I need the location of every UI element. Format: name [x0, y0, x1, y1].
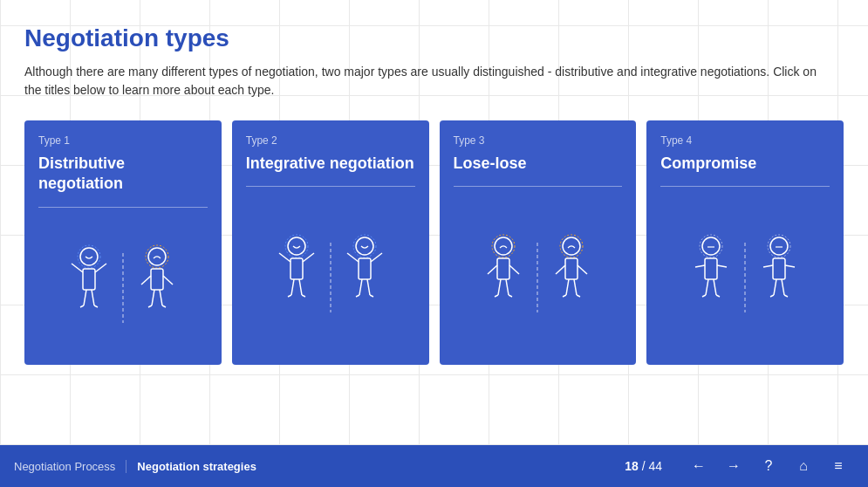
svg-line-32: [347, 253, 359, 262]
card-3-type: Type 3: [454, 134, 623, 147]
card-1-type: Type 1: [38, 134, 208, 147]
svg-line-45: [495, 295, 498, 297]
nav-controls: ← → ? ⌂ ≡: [683, 450, 854, 482]
menu-button[interactable]: ≡: [823, 450, 854, 482]
svg-rect-12: [151, 269, 163, 290]
svg-line-14: [163, 276, 173, 285]
figure-sad-icon: [131, 244, 183, 332]
page-description: Although there are many different types …: [24, 63, 827, 99]
card-4-divider: [660, 186, 830, 187]
svg-rect-60: [705, 258, 717, 279]
svg-line-74: [774, 279, 776, 295]
svg-line-43: [498, 279, 501, 295]
card-1-illustration: [38, 222, 208, 354]
card-1-title: Distributive negotiation: [38, 154, 208, 195]
svg-line-77: [784, 295, 788, 297]
svg-point-1: [78, 245, 100, 268]
svg-line-13: [141, 276, 151, 285]
figure-divider2-icon: [330, 243, 331, 312]
figure-divider4-icon: [744, 243, 746, 312]
svg-line-33: [371, 253, 382, 262]
current-page: 18: [625, 459, 639, 473]
figure-sad1-icon: [477, 234, 530, 321]
card-2-type: Type 2: [246, 134, 415, 147]
figure-neutral2-icon: [753, 234, 805, 321]
svg-line-23: [303, 253, 314, 262]
svg-line-27: [302, 295, 305, 297]
svg-line-44: [506, 279, 509, 295]
figure-happy-icon: [63, 244, 115, 332]
svg-point-57: [702, 237, 720, 255]
svg-line-37: [370, 295, 373, 297]
svg-rect-2: [83, 269, 95, 290]
svg-line-72: [763, 265, 773, 267]
svg-line-62: [717, 265, 727, 267]
svg-line-3: [72, 264, 83, 272]
svg-line-18: [162, 305, 166, 307]
svg-line-63: [706, 279, 708, 295]
svg-line-8: [94, 305, 98, 307]
card-4[interactable]: Type 4 Compromise: [646, 120, 844, 365]
card-4-type: Type 4: [660, 134, 830, 147]
card-3-title: Lose-lose: [454, 154, 623, 174]
svg-point-68: [770, 237, 788, 255]
figure-divider-icon: [122, 253, 124, 323]
svg-line-65: [702, 295, 706, 297]
page-separator: /: [639, 459, 649, 473]
figure-neutral1-icon: [685, 234, 737, 321]
forward-button[interactable]: →: [718, 450, 749, 482]
svg-line-51: [556, 265, 565, 274]
card-1[interactable]: Type 1 Distributive negotiation: [24, 120, 222, 365]
svg-point-69: [768, 235, 790, 257]
svg-line-54: [574, 279, 577, 295]
svg-point-29: [356, 237, 373, 255]
card-3-illustration: [454, 201, 623, 354]
svg-line-76: [770, 295, 774, 297]
svg-line-75: [782, 279, 784, 295]
nav-page-indicator: 18 / 44: [625, 459, 662, 473]
svg-rect-31: [359, 258, 371, 279]
svg-point-58: [700, 235, 722, 257]
svg-line-17: [148, 305, 152, 307]
svg-line-55: [563, 295, 566, 297]
page-title: Negotiation types: [24, 24, 844, 52]
svg-line-36: [356, 295, 359, 297]
back-button[interactable]: ←: [683, 450, 714, 482]
card-4-title: Compromise: [660, 154, 830, 174]
card-2-divider: [246, 186, 415, 187]
svg-line-53: [566, 279, 569, 295]
main-content: Negotiation types Although there are man…: [0, 0, 868, 445]
svg-line-61: [695, 265, 705, 267]
card-3[interactable]: Type 3 Lose-lose: [440, 120, 637, 365]
card-3-divider: [454, 186, 623, 187]
svg-rect-21: [290, 258, 303, 279]
svg-rect-40: [497, 258, 509, 279]
svg-line-25: [299, 279, 302, 295]
svg-line-6: [92, 290, 94, 305]
figure-sad2-icon: [545, 234, 598, 321]
figure-happy1-icon: [270, 234, 323, 321]
svg-line-46: [509, 295, 512, 297]
svg-line-42: [509, 265, 519, 274]
svg-line-34: [359, 279, 362, 295]
card-4-illustration: [660, 201, 830, 354]
svg-line-35: [367, 279, 370, 295]
bottom-bar: Negotiation Process Negotiation strategi…: [0, 445, 868, 487]
home-button[interactable]: ⌂: [788, 450, 819, 482]
svg-line-22: [279, 253, 290, 262]
card-2[interactable]: Type 2 Integrative negotiation: [232, 120, 429, 365]
nav-section2-label: Negotiation strategies: [126, 460, 256, 473]
svg-line-56: [577, 295, 580, 297]
figure-divider3-icon: [537, 243, 538, 312]
cards-row: Type 1 Distributive negotiation: [24, 120, 844, 365]
nav-section1-label: Negotiation Process: [14, 460, 126, 473]
svg-line-15: [152, 290, 154, 305]
svg-point-20: [285, 235, 308, 257]
svg-line-52: [578, 265, 587, 274]
svg-line-5: [84, 290, 86, 305]
svg-line-4: [95, 264, 106, 272]
svg-point-19: [288, 237, 305, 255]
help-button[interactable]: ?: [753, 450, 784, 482]
svg-line-66: [716, 295, 720, 297]
svg-line-73: [785, 265, 795, 267]
